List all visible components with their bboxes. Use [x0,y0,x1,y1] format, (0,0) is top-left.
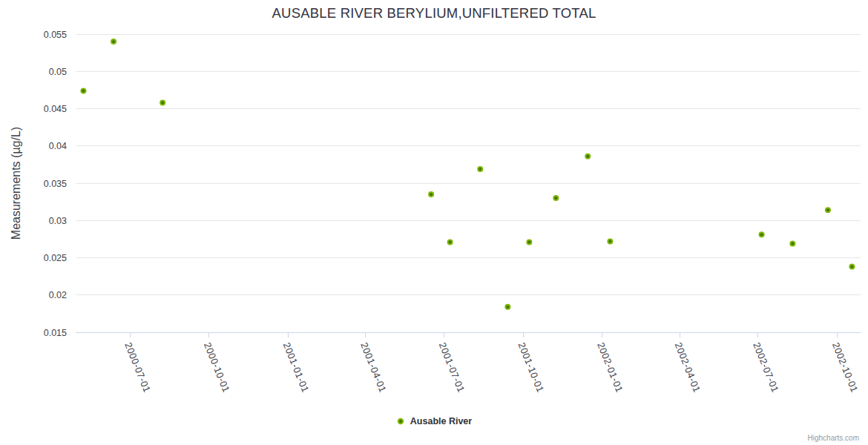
x-tick-label: 2000-07-01 [122,341,153,395]
y-tick-label: 0.045 [44,104,67,114]
x-tick-label: 2002-07-01 [751,341,781,395]
y-tick-label: 0.055 [44,30,67,40]
data-point-center [112,40,115,43]
x-tick-label: 2001-04-01 [358,341,389,395]
data-point[interactable] [825,207,831,213]
data-point[interactable] [477,166,483,172]
data-point-center [586,155,589,158]
data-point[interactable] [607,238,613,244]
data-point[interactable] [849,264,855,270]
data-point[interactable] [553,195,559,201]
data-point-center [527,240,530,243]
data-point[interactable] [585,154,591,159]
data-point-center [430,193,433,196]
data-point-center [82,89,85,92]
data-point[interactable] [111,39,116,44]
data-point[interactable] [759,231,765,237]
y-tick-label: 0.035 [44,179,67,189]
data-point[interactable] [447,239,453,245]
legend-marker-icon [396,417,405,426]
y-tick-label: 0.03 [49,216,67,226]
data-point-center [554,197,557,200]
y-tick-label: 0.05 [49,67,67,77]
x-tick-label: 2002-10-01 [830,341,861,395]
y-tick-label: 0.025 [44,253,67,263]
legend-item-ausable-river[interactable]: Ausable River [396,416,472,426]
data-point[interactable] [789,240,795,246]
data-point-center [479,168,481,171]
data-point-center [850,266,853,268]
data-point-center [161,102,164,105]
legend: Ausable River [0,416,868,426]
x-tick-label: 2000-10-01 [202,341,232,395]
data-point[interactable] [160,99,165,105]
data-point[interactable] [80,88,86,93]
y-tick-label: 0.02 [49,290,67,300]
data-point-center [449,240,452,243]
legend-label: Ausable River [410,416,472,426]
data-point[interactable] [504,304,510,310]
x-tick-label: 2001-01-01 [281,341,312,395]
y-tick-label: 0.04 [49,141,67,151]
data-point-center [760,233,763,236]
data-point[interactable] [526,239,532,245]
data-point-center [609,240,612,243]
plot-area: 0.0150.020.0250.030.0350.040.0450.050.05… [0,0,868,445]
x-tick-label: 2002-04-01 [673,341,703,395]
y-tick-label: 0.015 [44,328,67,338]
credits-link[interactable]: Highcharts.com [808,434,859,442]
data-point-center [826,208,829,211]
chart-container: AUSABLE RIVER BERYLIUM,UNFILTERED TOTAL … [0,0,868,445]
data-point-center [791,243,794,245]
x-tick-label: 2001-07-01 [437,341,467,395]
x-tick-label: 2002-01-01 [595,341,625,395]
x-tick-label: 2001-10-01 [516,341,546,395]
data-point-center [506,306,509,309]
data-point[interactable] [428,191,434,197]
